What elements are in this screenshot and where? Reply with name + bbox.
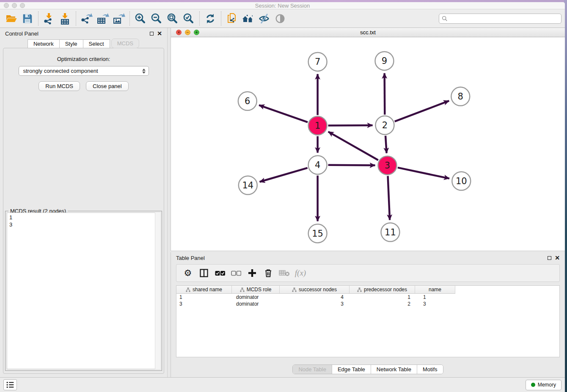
table-panel-header: Table Panel ✕: [171, 252, 565, 263]
graph-edge-2-8[interactable]: [395, 101, 449, 121]
zoom-fit-icon[interactable]: [165, 11, 181, 26]
graph-edge-4-14[interactable]: [260, 168, 308, 182]
import-network-icon[interactable]: [41, 11, 57, 26]
window-title: Session: New Session: [0, 3, 565, 9]
save-session-icon[interactable]: [19, 11, 36, 26]
table-body: 1dominator4113dominator323: [176, 294, 559, 307]
table-options-gear-icon[interactable]: ⚙: [181, 266, 195, 280]
column-attribute-icon: [186, 287, 190, 292]
zoom-out-icon[interactable]: [149, 11, 165, 26]
close-table-panel-icon[interactable]: ✕: [555, 256, 560, 260]
tab-network-table[interactable]: Network Table: [371, 365, 417, 374]
tab-motifs[interactable]: Motifs: [417, 365, 443, 374]
split-pane-divider[interactable]: [167, 28, 171, 377]
close-network-icon[interactable]: ×: [176, 30, 182, 35]
add-column-icon[interactable]: [245, 266, 259, 280]
control-panel: Control Panel ✕ NetworkStyleSelectMCDS O…: [0, 28, 167, 377]
tab-select[interactable]: Select: [83, 39, 110, 48]
control-panel-tabs: NetworkStyleSelectMCDS: [0, 39, 167, 48]
right-column: × − + scc.txt 7968124314101511 Table Pan…: [171, 28, 565, 377]
clone-network-icon[interactable]: [224, 11, 240, 26]
tab-style[interactable]: Style: [59, 39, 83, 48]
graph-node-label: 11: [385, 227, 396, 237]
function-builder-icon[interactable]: f(x): [293, 266, 308, 280]
float-panel-icon[interactable]: [150, 32, 154, 36]
show-graphics-details-icon[interactable]: [272, 11, 288, 26]
minimize-network-icon[interactable]: −: [185, 30, 190, 35]
memory-label: Memory: [538, 382, 556, 388]
tab-network[interactable]: Network: [28, 39, 60, 48]
table-cell[interactable]: 4: [280, 294, 350, 300]
export-network-icon[interactable]: [79, 11, 95, 26]
export-table-icon[interactable]: [95, 11, 111, 26]
table-cell[interactable]: 3: [176, 301, 232, 307]
export-image-icon[interactable]: [111, 11, 127, 26]
table-cell[interactable]: 1: [176, 294, 232, 300]
show-columns-icon[interactable]: [197, 266, 211, 280]
open-session-icon[interactable]: [3, 11, 19, 26]
column-header-name[interactable]: name: [415, 286, 455, 294]
task-history-button[interactable]: [3, 379, 17, 390]
main-area: Control Panel ✕ NetworkStyleSelectMCDS O…: [0, 28, 565, 377]
graph-edge-1-2[interactable]: [328, 125, 373, 126]
table-panel-title: Table Panel: [176, 255, 205, 261]
column-header-successor-nodes[interactable]: successor nodes: [280, 286, 350, 294]
table-cell[interactable]: dominator: [232, 301, 280, 307]
memory-button[interactable]: Memory: [526, 380, 561, 390]
application-window: Session: New Session Cont: [0, 2, 565, 392]
graph-edge-3-11[interactable]: [388, 176, 390, 220]
column-header-predecessor-nodes[interactable]: predecessor nodes: [350, 286, 415, 294]
status-bar: Memory: [0, 377, 565, 392]
graph-edge-2-9[interactable]: [385, 73, 385, 115]
graph-edge-3-10[interactable]: [398, 168, 449, 179]
deselect-all-checkboxes-icon[interactable]: [229, 266, 243, 280]
column-attribute-icon: [240, 287, 245, 292]
table-row[interactable]: 1dominator411: [176, 294, 559, 301]
import-table-icon[interactable]: [57, 11, 73, 26]
table-cell[interactable]: 3: [280, 301, 350, 307]
select-all-checkboxes-icon[interactable]: [213, 266, 227, 280]
float-table-panel-icon[interactable]: [548, 256, 551, 260]
table-cell[interactable]: 2: [350, 301, 415, 307]
home-networks-icon[interactable]: [240, 11, 256, 26]
close-panel-icon[interactable]: ✕: [157, 31, 162, 36]
network-canvas[interactable]: 7968124314101511: [171, 37, 565, 251]
table-tabs-group: Node TableEdge TableNetwork TableMotifs: [292, 364, 443, 374]
table-cell[interactable]: 1: [415, 294, 455, 300]
graph-edge-4-3[interactable]: [328, 165, 375, 166]
graph-edge-2-3[interactable]: [385, 136, 387, 153]
mcds-result-list[interactable]: 13: [7, 213, 160, 369]
tab-edge-table[interactable]: Edge Table: [332, 365, 371, 374]
zoom-in-icon[interactable]: [132, 11, 149, 26]
table-cell[interactable]: 3: [415, 301, 455, 307]
table-cell[interactable]: dominator: [232, 294, 280, 300]
maximize-network-icon[interactable]: +: [194, 30, 199, 35]
delete-table-icon[interactable]: [277, 266, 292, 280]
window-titlebar: Session: New Session: [0, 2, 565, 9]
node-table[interactable]: shared nameMCDS rolesuccessor nodesprede…: [176, 285, 560, 357]
control-panel-header: Control Panel ✕: [0, 28, 167, 39]
table-row[interactable]: 3dominator323: [176, 301, 559, 307]
search-field[interactable]: [439, 14, 561, 24]
table-cell[interactable]: 1: [350, 294, 415, 300]
tab-node-table[interactable]: Node Table: [293, 365, 332, 374]
graph-edge-1-6[interactable]: [259, 105, 308, 122]
dropdown-selected-value: strongly connected component: [23, 68, 98, 74]
column-header-MCDS-role[interactable]: MCDS role: [232, 286, 280, 294]
tab-mcds[interactable]: MCDS: [111, 39, 139, 48]
zoom-selected-icon[interactable]: [181, 11, 197, 26]
graph-node-label: 3: [385, 160, 390, 171]
search-input[interactable]: [450, 15, 561, 22]
column-header-shared-name[interactable]: shared name: [176, 286, 232, 294]
graph-node-label: 6: [245, 96, 250, 106]
toolbar-separator: [199, 11, 200, 26]
graph-node-label: 9: [382, 56, 387, 66]
refresh-icon[interactable]: [202, 11, 218, 26]
run-mcds-button[interactable]: Run MCDS: [39, 81, 80, 91]
graph-edge-3-1[interactable]: [328, 132, 378, 160]
result-scrollbar[interactable]: [155, 213, 160, 369]
close-panel-button[interactable]: Close panel: [86, 81, 129, 91]
hide-graphics-details-icon[interactable]: [256, 11, 272, 26]
delete-column-icon[interactable]: [261, 266, 275, 280]
optimization-criterion-select[interactable]: strongly connected component: [19, 66, 149, 76]
